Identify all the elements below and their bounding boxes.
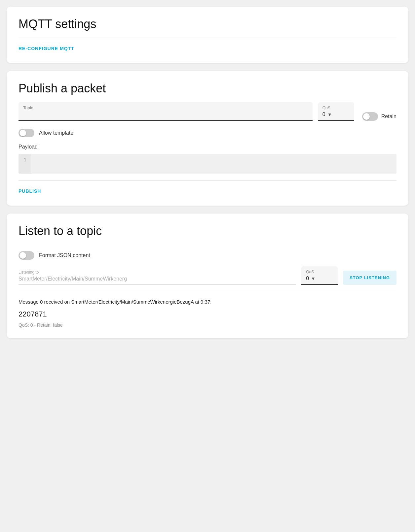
retain-toggle[interactable] (362, 112, 378, 121)
format-json-row: Format JSON content (19, 251, 396, 260)
payload-textarea[interactable] (30, 154, 396, 174)
listen-qos-value: 0 (306, 276, 309, 282)
publish-packet-card: Publish a packet Topic QoS 0 ▼ Retain Al… (7, 71, 408, 206)
listening-to-value: SmartMeter/Electricity/Main/SummeWirkene… (19, 276, 127, 282)
listening-input-wrap: Listening to SmartMeter/Electricity/Main… (19, 269, 296, 285)
listen-topic-card: Listen to a topic Format JSON content Li… (7, 214, 408, 338)
spacer (19, 245, 396, 251)
allow-template-toggle[interactable] (19, 129, 34, 137)
mqtt-settings-title: MQTT settings (19, 17, 396, 31)
message-meta: QoS: 0 - Retain: false (19, 322, 396, 328)
allow-template-row: Allow template (19, 129, 396, 137)
listen-chevron-down-icon[interactable]: ▼ (311, 276, 316, 281)
divider-1 (19, 38, 396, 38)
publish-packet-title: Publish a packet (19, 82, 396, 95)
chevron-down-icon[interactable]: ▼ (327, 112, 332, 117)
topic-input[interactable] (23, 112, 308, 117)
mqtt-settings-card: MQTT settings RE-CONFIGURE MQTT (7, 7, 408, 63)
qos-select-row: 0 ▼ (322, 112, 350, 117)
retain-toggle-slider (362, 112, 378, 121)
topic-row: Topic QoS 0 ▼ Retain (19, 102, 396, 121)
retain-label: Retain (381, 114, 396, 119)
divider-2 (19, 180, 396, 181)
message-log: Message 0 received on SmartMeter/Electri… (19, 293, 396, 328)
payload-label: Payload (19, 144, 396, 150)
format-json-label: Format JSON content (39, 252, 90, 258)
publish-button[interactable]: PUBLISH (19, 187, 41, 195)
message-received-line: Message 0 received on SmartMeter/Electri… (19, 298, 396, 306)
allow-template-toggle-slider (19, 129, 34, 137)
line-numbers: 1 (19, 154, 30, 174)
stop-listening-button[interactable]: STOP LISTENING (343, 271, 396, 285)
listen-qos-wrap: QoS 0 ▼ (301, 266, 338, 285)
listening-to-label: Listening to (19, 270, 296, 275)
allow-template-label: Allow template (39, 130, 73, 136)
payload-editor: 1 (19, 154, 396, 174)
topic-input-wrap: Topic (19, 102, 313, 121)
listen-topic-row: Listening to SmartMeter/Electricity/Main… (19, 266, 396, 285)
reconfigure-mqtt-button[interactable]: RE-CONFIGURE MQTT (19, 45, 74, 52)
listen-qos-label: QoS (306, 270, 333, 274)
listen-topic-title: Listen to a topic (19, 224, 396, 238)
line-number-1: 1 (24, 157, 26, 162)
qos-label: QoS (322, 106, 350, 110)
format-json-toggle-slider (19, 251, 34, 260)
retain-row: Retain (362, 112, 396, 121)
format-json-toggle[interactable] (19, 251, 34, 260)
qos-wrap: QoS 0 ▼ (318, 102, 354, 121)
topic-label: Topic (23, 105, 308, 110)
message-value: 2207871 (19, 310, 396, 318)
qos-value: 0 (322, 112, 325, 117)
listen-qos-select-row: 0 ▼ (306, 276, 333, 282)
